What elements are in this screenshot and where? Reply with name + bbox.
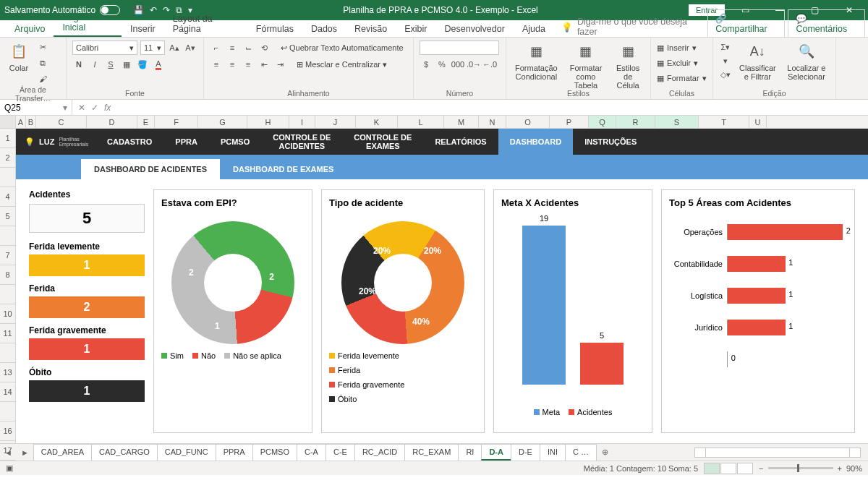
view-pagebreak-button[interactable] [737, 463, 753, 474]
nav-instruções[interactable]: INSTRUÇÕES [573, 129, 648, 155]
nav-cadastro[interactable]: CADASTRO [95, 129, 163, 155]
copy-icon[interactable]: ⧉ [36, 56, 49, 69]
col-header-H[interactable]: H [247, 116, 289, 128]
zoom-slider[interactable] [768, 467, 833, 469]
row-header[interactable]: 1 [0, 129, 15, 148]
qat-more-icon[interactable]: ▾ [188, 5, 192, 15]
sheet-tab-PPRA[interactable]: PPRA [216, 444, 253, 461]
format-table-button[interactable]: ▦Formatar como Tabela [565, 40, 608, 91]
merge-button[interactable]: ⊞ Mesclar e Centralizar ▾ [297, 60, 387, 69]
sheet-tab-D-E[interactable]: D-E [511, 444, 540, 461]
sheet-tab-D-A[interactable]: D-A [481, 444, 511, 461]
col-header-K[interactable]: K [356, 116, 398, 128]
col-header-O[interactable]: O [506, 116, 550, 128]
cell-styles-button[interactable]: ▦Estilos de Célula [611, 40, 644, 91]
horizontal-scrollbar[interactable] [694, 448, 861, 458]
grow-font-icon[interactable]: A▴ [168, 41, 181, 54]
row-header[interactable] [0, 226, 15, 246]
percent-icon[interactable]: % [435, 58, 448, 71]
delete-cells-button[interactable]: ▦ Excluir ▾ [657, 56, 698, 70]
font-size-select[interactable]: 11▾ [140, 40, 165, 55]
sheet-tab-C-A[interactable]: C-A [297, 444, 326, 461]
comments-button[interactable]: 💬 Comentários [788, 9, 865, 37]
nav-controle-de-exames[interactable]: CONTROLE DEEXAMES [342, 129, 423, 155]
font-color-icon[interactable]: A [152, 58, 165, 71]
row-header[interactable]: 16 [0, 421, 15, 441]
tab-developer[interactable]: Desenvolvedor [436, 21, 514, 37]
nav-dashboard[interactable]: DASHBOARD [498, 129, 574, 155]
sort-filter-button[interactable]: A↓Classificar e Filtrar [736, 40, 779, 82]
col-header-S[interactable]: S [655, 116, 699, 128]
sheet-tab-CAD_AREA[interactable]: CAD_AREA [33, 444, 92, 461]
nav-ppra[interactable]: PPRA [163, 129, 209, 155]
col-header-B[interactable]: B [26, 116, 36, 128]
border-icon[interactable]: ▦ [120, 58, 133, 71]
row-header[interactable]: 10 [0, 304, 15, 324]
align-bottom-icon[interactable]: ⌙ [242, 41, 255, 54]
row-header[interactable] [0, 285, 15, 304]
indent-inc-icon[interactable]: ⇥ [273, 58, 286, 71]
row-headers[interactable]: 124578101113141617 [0, 129, 16, 443]
sheet-tab-RI[interactable]: RI [458, 444, 482, 461]
italic-icon[interactable]: I [88, 58, 101, 71]
row-header[interactable]: 11 [0, 324, 15, 343]
font-name-select[interactable]: Calibri▾ [72, 40, 137, 55]
sheet-tab-INI[interactable]: INI [540, 444, 566, 461]
inc-decimal-icon[interactable]: .0→ [467, 58, 480, 71]
row-header[interactable]: 14 [0, 382, 15, 402]
col-header-J[interactable]: J [315, 116, 356, 128]
insert-cells-button[interactable]: ▦ Inserir ▾ [657, 40, 697, 55]
comma-icon[interactable]: 000 [451, 58, 464, 71]
find-select-button[interactable]: 🔍Localizar e Selecionar [783, 40, 830, 82]
currency-icon[interactable]: $ [420, 58, 433, 71]
save-icon[interactable]: 💾 [133, 5, 144, 15]
sheet-tab-C-E[interactable]: C-E [326, 444, 355, 461]
indent-dec-icon[interactable]: ⇤ [258, 58, 271, 71]
column-headers[interactable]: ABCDEFGHIJKLMNOPQRSTU [0, 116, 868, 129]
autosum-icon[interactable]: Σ▾ [719, 40, 732, 53]
paste-button[interactable]: 📋 Colar [6, 40, 32, 74]
row-header[interactable]: 8 [0, 265, 15, 285]
subtab-acidentes[interactable]: DASHBOARD DE ACIDENTES [81, 159, 220, 179]
sheet-tab-RC_ACID[interactable]: RC_ACID [354, 444, 405, 461]
tab-review[interactable]: Revisão [346, 21, 396, 37]
format-painter-icon[interactable]: 🖌 [36, 72, 49, 85]
nav-pcmso[interactable]: PCMSO [209, 129, 261, 155]
conditional-format-button[interactable]: ▦Formatação Condicional [512, 40, 561, 82]
align-center-icon[interactable]: ≡ [226, 58, 239, 71]
row-header[interactable] [0, 402, 15, 421]
align-middle-icon[interactable]: ≡ [226, 41, 239, 54]
orientation-icon[interactable]: ⟲ [258, 41, 271, 54]
zoom-out-button[interactable]: − [759, 464, 763, 473]
dec-decimal-icon[interactable]: ←.0 [483, 58, 496, 71]
fill-icon[interactable]: ▾ [719, 54, 732, 67]
col-header-E[interactable]: E [137, 116, 155, 128]
fx-icon[interactable]: fx [104, 103, 111, 113]
col-header-Q[interactable]: Q [589, 116, 616, 128]
sheet-nav-left-icon[interactable]: ◄ [0, 448, 17, 457]
row-header[interactable]: 13 [0, 363, 15, 382]
zoom-in-button[interactable]: + [838, 464, 842, 473]
col-header-L[interactable]: L [398, 116, 444, 128]
tellme-search[interactable]: 💡 Diga-me o que você deseja fazer [554, 17, 707, 37]
align-right-icon[interactable]: ≡ [242, 58, 255, 71]
col-header-C[interactable]: C [36, 116, 87, 128]
format-cells-button[interactable]: ▦ Formatar ▾ [657, 71, 707, 85]
redo-icon[interactable]: ↷ [163, 5, 170, 15]
sheet-tab-C …[interactable]: C … [565, 444, 597, 461]
tab-view[interactable]: Exibir [396, 21, 435, 37]
formula-input[interactable] [116, 100, 868, 115]
tab-data[interactable]: Dados [302, 21, 346, 37]
tab-help[interactable]: Ajuda [514, 21, 554, 37]
col-header-D[interactable]: D [87, 116, 137, 128]
enter-fx-icon[interactable]: ✓ [91, 103, 98, 113]
worksheet[interactable]: 💡 LUZ Planilhas Empresariais CADASTROPPR… [16, 129, 868, 443]
col-header-P[interactable]: P [550, 116, 589, 128]
touch-icon[interactable]: ⧉ [176, 5, 182, 15]
tab-formulas[interactable]: Fórmulas [247, 21, 302, 37]
nav-controle-de-acidentes[interactable]: CONTROLE DEACIDENTES [261, 129, 342, 155]
row-header[interactable]: 4 [0, 187, 15, 207]
subtab-exames[interactable]: DASHBOARD DE EXAMES [220, 159, 346, 179]
underline-icon[interactable]: S [104, 58, 117, 71]
nav-relatórios[interactable]: RELATÓRIOS [423, 129, 498, 155]
